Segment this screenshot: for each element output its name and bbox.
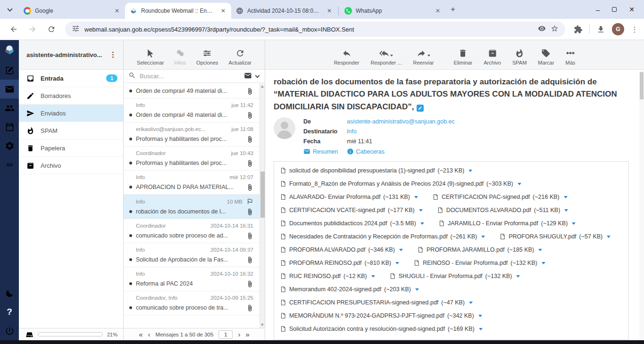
tab-actividad[interactable]: Actividad 2024-10-15 08:00:00 ✕ bbox=[231, 3, 337, 19]
options-button[interactable]: Opciones bbox=[196, 49, 218, 66]
prev-page-button[interactable]: ‹ bbox=[148, 331, 151, 338]
search-scope-icon[interactable] bbox=[244, 72, 252, 81]
tab-roundcube[interactable]: Roundcube Webmail :: Enviado: ✕ bbox=[125, 3, 231, 19]
attachment-item[interactable]: MEMORÁNDUM N.º 973-2024-GADPRSJ-PJFT-sig… bbox=[280, 312, 482, 319]
from-address-link[interactable]: asistente-administrativo@sanjuan.gob.ec bbox=[347, 118, 455, 125]
attachment-menu-caret-icon[interactable] bbox=[542, 262, 545, 264]
download-icon[interactable] bbox=[596, 25, 605, 34]
first-page-button[interactable]: « bbox=[139, 331, 142, 338]
profile-avatar[interactable]: G bbox=[612, 23, 624, 35]
attachment-item[interactable]: RUC REINOSO.pdf (~12 KB) bbox=[280, 272, 375, 280]
attachment-menu-caret-icon[interactable] bbox=[414, 196, 418, 198]
omnibox[interactable]: webmail.sanjuan.gob.ec/cpsess5423996997/… bbox=[65, 22, 565, 37]
new-tab-button[interactable]: + bbox=[446, 5, 460, 14]
attachment-item[interactable]: CERTIFICACION VCATE-signed.pdf (~177 KB) bbox=[280, 206, 423, 214]
attachment-item[interactable]: PROFORMA REINOSO.pdf (~810 KB) bbox=[280, 259, 399, 267]
attachment-item[interactable]: Memorandum 402-2024-signed.pdf (~203 KB) bbox=[280, 286, 419, 293]
tab-google[interactable]: Google ✕ bbox=[19, 3, 125, 19]
attachment-menu-caret-icon[interactable] bbox=[564, 196, 568, 198]
main-scrollbar[interactable] bbox=[639, 70, 644, 340]
folder-menu-icon[interactable]: ⋮ bbox=[108, 50, 118, 59]
attachment-item[interactable]: PROFORMA JARAMILLO.pdf (~185 KB) bbox=[417, 246, 542, 254]
attachment-menu-caret-icon[interactable] bbox=[395, 262, 399, 264]
attachment-item[interactable]: SHUGULI - Enviar Proforma.pdf (~132 KB) bbox=[389, 272, 520, 280]
spam-button[interactable]: SPAM bbox=[512, 49, 527, 66]
compose-button[interactable] bbox=[0, 61, 19, 80]
attachment-item[interactable]: ALAVARADO- Enviar Proforma.pdf (~131 KB) bbox=[280, 193, 418, 201]
browser-menu-icon[interactable]: ⋮ bbox=[631, 25, 638, 34]
attachment-menu-caret-icon[interactable] bbox=[371, 275, 375, 278]
rail-item-contacts[interactable] bbox=[0, 98, 19, 117]
attachment-menu-caret-icon[interactable] bbox=[538, 249, 542, 251]
minimize-button[interactable]: – bbox=[596, 6, 600, 14]
attachment-menu-caret-icon[interactable] bbox=[420, 222, 424, 225]
folder-papelera[interactable]: Papelera bbox=[19, 139, 123, 157]
to-address-link[interactable]: Info bbox=[347, 128, 357, 135]
list-item[interactable]: erikaolivo@sanjuan.gob.ec... jue 11:08 P… bbox=[124, 123, 265, 147]
help-button[interactable]: ? bbox=[0, 303, 19, 321]
attachment-item[interactable]: PROFORMA ALVARADO.pdf (~346 KB) bbox=[280, 246, 403, 254]
attachment-menu-caret-icon[interactable] bbox=[478, 315, 482, 317]
forward-button[interactable] bbox=[25, 25, 41, 33]
mark-button[interactable]: Marcar bbox=[538, 49, 554, 66]
scroll-down-icon[interactable] bbox=[261, 324, 264, 326]
attachment-menu-caret-icon[interactable] bbox=[607, 236, 611, 238]
rail-item-cpanel-link[interactable] bbox=[0, 155, 19, 174]
list-item[interactable]: Info mié 12:07 APROBACION D PARA MATERIA… bbox=[124, 171, 265, 195]
folder-entrada[interactable]: Entrada 1 bbox=[19, 70, 123, 87]
attachment-item[interactable]: JARAMILLO - Enviar Proforma.pdf (~129 KB… bbox=[438, 220, 576, 227]
attachment-menu-caret-icon[interactable] bbox=[479, 328, 483, 330]
tab-close-icon[interactable]: ✕ bbox=[219, 7, 227, 15]
scroll-up-icon[interactable] bbox=[261, 85, 264, 88]
summary-link[interactable]: Resumen bbox=[303, 148, 338, 155]
list-item[interactable]: Coordinador, Info 2024-10-09 15:25 comun… bbox=[124, 291, 265, 315]
reply-all-button[interactable]: Responder ... bbox=[370, 49, 401, 66]
attachment-menu-caret-icon[interactable] bbox=[572, 222, 576, 225]
tab-search-button[interactable] bbox=[4, 3, 16, 16]
folder-borradores[interactable]: Borradores bbox=[19, 87, 123, 105]
maximize-button[interactable] bbox=[612, 7, 617, 12]
attachment-menu-caret-icon[interactable] bbox=[468, 170, 472, 172]
dark-mode-button[interactable] bbox=[0, 284, 19, 303]
attachment-item[interactable]: CERTIFICACION PAC-signed.pdf (~216 KB) bbox=[432, 193, 568, 201]
attachment-item[interactable]: Solicitud Autorización contra y resoluci… bbox=[280, 325, 483, 333]
logout-button[interactable] bbox=[0, 321, 19, 340]
page-input[interactable]: 1 bbox=[218, 330, 233, 339]
attachment-item[interactable]: Documentos publididacticos 2024.pdf (~3.… bbox=[280, 220, 424, 227]
attachment-menu-caret-icon[interactable] bbox=[419, 209, 423, 212]
tab-close-icon[interactable]: ✕ bbox=[325, 7, 334, 15]
list-item[interactable]: Info 2024-10-10 16:32 Reforma al PAC 202… bbox=[124, 267, 265, 291]
folder-enviados[interactable]: Enviados bbox=[19, 105, 123, 122]
close-button[interactable]: ✕ bbox=[629, 6, 635, 13]
dropdown-caret-icon[interactable] bbox=[390, 55, 393, 57]
eye-icon[interactable] bbox=[538, 25, 546, 34]
list-scrollbar[interactable] bbox=[259, 83, 265, 328]
list-item[interactable]: Coordinador jue 10:43 Proformas y habili… bbox=[124, 147, 265, 171]
list-item[interactable]: Orden de compra# 49 material di... bbox=[124, 83, 265, 98]
back-button[interactable] bbox=[6, 25, 22, 33]
extensions-icon[interactable] bbox=[574, 25, 583, 34]
attachment-item[interactable]: solicitud de disponibilidad presupuestar… bbox=[280, 167, 472, 174]
search-input[interactable]: Buscar... bbox=[140, 73, 240, 80]
site-settings-icon[interactable] bbox=[72, 25, 80, 34]
bookmark-star-icon[interactable] bbox=[551, 25, 559, 34]
dropdown-caret-icon[interactable] bbox=[427, 55, 430, 57]
edit-subject-icon[interactable] bbox=[417, 105, 424, 112]
attachment-item[interactable]: Formato_8_Razón de Proformas y Análisis … bbox=[280, 180, 521, 188]
attachment-item[interactable]: DOCUMENTOS ALVARADO.pdf (~511 KB) bbox=[437, 206, 569, 214]
tab-whatsapp[interactable]: WhatsApp ✕ bbox=[340, 3, 446, 19]
list-item[interactable]: Info 10 MB robación de los documentos de… bbox=[124, 195, 265, 219]
forward-button[interactable]: Reenviar bbox=[413, 49, 434, 66]
more-button[interactable]: ••• Más bbox=[566, 49, 576, 66]
list-scroll-thumb[interactable] bbox=[260, 172, 265, 218]
reply-button[interactable]: Responder bbox=[334, 49, 360, 66]
attachment-item[interactable]: REINOSO - Enviar Proforma.pdf (~132 KB) bbox=[413, 259, 545, 267]
attachment-menu-caret-icon[interactable] bbox=[481, 236, 485, 238]
attachment-menu-caret-icon[interactable] bbox=[516, 275, 520, 278]
attachment-item[interactable]: CERTIFICACION PRESUPUESTARIA-signed-sign… bbox=[280, 299, 473, 306]
url-text[interactable]: webmail.sanjuan.gob.ec/cpsess5423996997/… bbox=[84, 26, 533, 33]
archive-button[interactable]: Archivo bbox=[484, 49, 501, 66]
refresh-button[interactable]: Actualizar bbox=[229, 49, 251, 66]
select-button[interactable]: Seleccionar bbox=[137, 49, 164, 66]
list-item[interactable]: Info 2024-10-14 09:37 Solicitud de Aprob… bbox=[124, 243, 265, 267]
